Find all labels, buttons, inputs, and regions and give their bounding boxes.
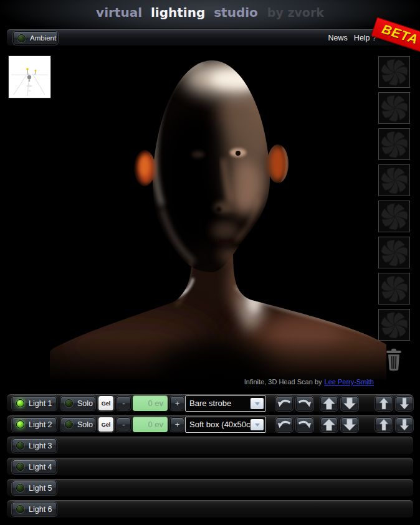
render-viewport[interactable]: Infinite, 3D Head Scan byLee Perry-Smith xyxy=(0,50,420,382)
lighting-setup-thumbnail[interactable] xyxy=(9,56,50,98)
light-2-move-down-button[interactable] xyxy=(341,417,358,432)
light-1-raise-button[interactable] xyxy=(375,396,393,411)
curved-arrow-right-icon xyxy=(297,397,313,410)
app-window: virtual lighting studio by zvork Ambient… xyxy=(0,0,420,525)
lighting-preset-slot[interactable] xyxy=(378,201,410,232)
lighting-preset-slot[interactable] xyxy=(378,56,410,88)
light-6-button[interactable]: Light 6 xyxy=(12,502,57,516)
light-5-button[interactable]: Light 5 xyxy=(12,481,57,495)
light-2-label: Light 2 xyxy=(29,420,52,429)
light-2-led-icon xyxy=(16,420,24,428)
aperture-icon xyxy=(380,130,409,159)
light-row-5: Light 5 xyxy=(6,478,414,497)
light-row-4: Light 4 xyxy=(6,457,414,476)
arrow-down-icon xyxy=(341,397,358,410)
trash-icon xyxy=(383,348,404,371)
arrow-up-icon xyxy=(321,397,337,410)
light-2-solo-button[interactable]: Solo xyxy=(60,417,95,432)
light-2-orbit-right-button[interactable] xyxy=(296,417,313,432)
light-1-ev-plus-button[interactable]: + xyxy=(170,396,184,410)
lighting-preset-slot[interactable] xyxy=(378,128,410,160)
small-arrow-up-icon xyxy=(376,397,391,410)
light-2-button[interactable]: Light 2 xyxy=(12,417,57,432)
news-link[interactable]: News xyxy=(328,34,348,42)
light-2-ev-display[interactable]: 0 ev xyxy=(133,417,168,432)
solo-label: Solo xyxy=(77,420,93,429)
light-2-ev-plus-button[interactable]: + xyxy=(170,417,184,432)
preset-slot-column xyxy=(378,56,410,345)
light-2-modifier-select[interactable]: Soft box (40x50cm) xyxy=(185,417,266,433)
ambient-label: Ambient xyxy=(30,34,56,42)
light-row-2: Light 2 Solo Gel - 0 ev + Soft box (40x5… xyxy=(6,415,414,433)
light-5-label: Light 5 xyxy=(29,484,52,493)
toolbar-links: News Help ? xyxy=(328,29,376,47)
light-1-orbit-right-button[interactable] xyxy=(296,396,313,411)
lighting-preset-slot[interactable] xyxy=(378,309,410,341)
aperture-icon xyxy=(380,239,409,267)
light-2-lower-button[interactable] xyxy=(396,417,413,432)
light-1-button[interactable]: Light 1 xyxy=(12,396,57,410)
chevron-down-icon xyxy=(251,419,264,430)
light-4-button[interactable]: Light 4 xyxy=(12,460,57,474)
light-5-led-icon xyxy=(16,484,24,492)
chevron-down-icon xyxy=(251,398,264,409)
solo-label: Solo xyxy=(77,399,93,408)
trash-button[interactable] xyxy=(383,348,404,371)
light-2-raise-button[interactable] xyxy=(375,417,393,432)
light-4-label: Light 4 xyxy=(29,463,52,471)
modifier-value: Bare strobe xyxy=(189,399,231,408)
light-2-orbit-left-button[interactable] xyxy=(275,417,293,432)
light-1-label: Light 1 xyxy=(29,399,52,408)
small-arrow-up-icon xyxy=(376,418,391,432)
light-1-move-up-button[interactable] xyxy=(320,396,338,411)
light-6-led-icon xyxy=(16,505,24,513)
light-row-1: Light 1 Solo Gel - 0 ev + Bare strobe xyxy=(6,394,414,412)
small-arrow-down-icon xyxy=(397,418,412,432)
lighting-preset-slot[interactable] xyxy=(378,237,410,268)
arrow-up-icon xyxy=(321,418,337,432)
lighting-preset-slot[interactable] xyxy=(378,273,410,305)
light-2-ev-minus-button[interactable]: - xyxy=(117,417,131,432)
head-render xyxy=(37,53,386,380)
aperture-icon xyxy=(380,311,409,339)
caption-text: Infinite, 3D Head Scan by xyxy=(244,378,322,385)
lighting-preset-slot[interactable] xyxy=(378,92,410,124)
light-1-solo-button[interactable]: Solo xyxy=(60,396,95,410)
aperture-icon xyxy=(380,275,409,303)
aperture-icon xyxy=(380,202,409,231)
curved-arrow-left-icon xyxy=(276,397,292,410)
light-1-gel-button[interactable]: Gel xyxy=(98,395,114,411)
light-3-label: Light 3 xyxy=(29,442,52,450)
light-1-led-icon xyxy=(16,399,24,407)
app-title: virtual lighting studio by zvork xyxy=(0,0,420,29)
ambient-button[interactable]: Ambient xyxy=(13,31,58,45)
caption-credit-link[interactable]: Lee Perry-Smith xyxy=(325,378,374,385)
light-3-led-icon xyxy=(16,442,24,450)
light-1-lower-button[interactable] xyxy=(396,396,413,411)
light-2-gel-button[interactable]: Gel xyxy=(98,417,114,432)
lighting-preset-slot[interactable] xyxy=(378,164,410,196)
title-byline: by zvork xyxy=(267,6,324,19)
toolbar: Ambient News Help ? xyxy=(6,29,412,46)
light-row-3: Light 3 xyxy=(6,436,414,455)
light-2-move-up-button[interactable] xyxy=(320,417,338,432)
lighting-diagram-icon xyxy=(9,56,50,98)
light-1-move-down-button[interactable] xyxy=(341,396,358,411)
curved-arrow-right-icon xyxy=(297,418,313,432)
light-row-6: Light 6 xyxy=(6,499,414,518)
light-1-orbit-left-button[interactable] xyxy=(275,396,293,411)
curved-arrow-left-icon xyxy=(276,418,292,432)
title-part-virtual: virtual xyxy=(96,5,142,20)
light-1-ev-display[interactable]: 0 ev xyxy=(133,395,168,411)
modifier-value: Soft box (40x50cm) xyxy=(189,420,260,429)
light-6-label: Light 6 xyxy=(29,505,52,514)
light-1-ev-minus-button[interactable]: - xyxy=(117,396,131,410)
ambient-led-icon xyxy=(17,34,26,42)
light-1-modifier-select[interactable]: Bare strobe xyxy=(185,395,266,412)
small-arrow-down-icon xyxy=(397,397,412,410)
light-4-led-icon xyxy=(16,463,24,471)
light-3-button[interactable]: Light 3 xyxy=(12,438,57,453)
solo-led-icon xyxy=(65,399,73,407)
arrow-down-icon xyxy=(341,418,358,432)
aperture-icon xyxy=(380,94,409,123)
